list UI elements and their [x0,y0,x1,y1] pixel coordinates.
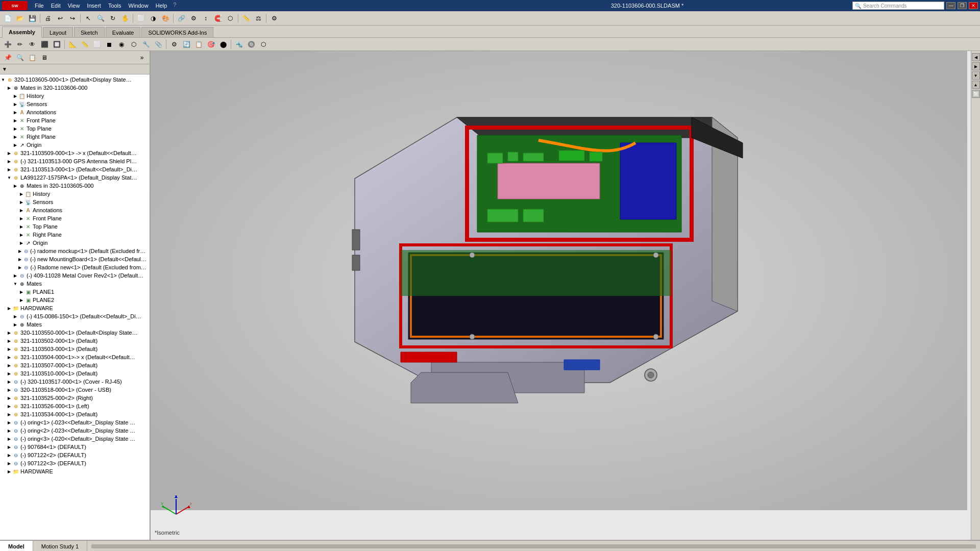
tree-item-35[interactable]: ▶⊕321-1103504-000<1>-> x (Default<<Defau… [0,353,150,361]
menu-view[interactable]: View [65,2,83,10]
tree-item-36[interactable]: ▶⊕321-1103507-000<1> (Default) [0,361,150,369]
tree-expand-12[interactable]: ▶ [6,166,12,172]
tree-item-38[interactable]: ▶⊖(-) 320-1103517-000<1> (Cover - RJ-45) [0,378,150,386]
tree-item-28[interactable]: ▶▣PLANE2 [0,296,150,304]
tree-expand-26[interactable]: ▼ [12,281,18,287]
tree-item-39[interactable]: ▶⊖320-1103518-000<1> (Cover - USB) [0,386,150,394]
tree-item-29[interactable]: ▶📁HARDWARE [0,304,150,312]
interference-button[interactable]: ⬡ [225,13,236,24]
right-tab-3[interactable]: ▼ [972,71,980,80]
tree-expand-48[interactable]: ▶ [6,460,12,466]
tree-item-27[interactable]: ▶▣PLANE1 [0,288,150,296]
tree-item-18[interactable]: ▶✕Front Plane [0,214,150,222]
tree-item-6[interactable]: ▶✕Front Plane [0,116,150,124]
tab-assembly[interactable]: Assembly [2,27,42,38]
tree-expand-32[interactable]: ▶ [6,330,12,336]
assembly-tb-btn4[interactable]: ⬛ [39,39,50,50]
tab-layout[interactable]: Layout [43,27,73,37]
tree-expand-24[interactable]: ▶ [17,264,22,270]
tree-item-26[interactable]: ▼⊕Mates [0,280,150,288]
tree-item-24[interactable]: ▶⊖(-) Radome new<1> (Default (Excluded f… [0,263,150,271]
tree-item-19[interactable]: ▶✕Top Plane [0,222,150,231]
component-button[interactable]: ⚙ [188,13,199,24]
tree-item-9[interactable]: ▶↗Origin [0,141,150,149]
tab-motion-study[interactable]: Motion Study 1 [33,541,87,551]
assembly-tb-btn11[interactable]: ⬡ [128,39,139,50]
options-button[interactable]: ⚙ [268,13,280,24]
tree-expand-18[interactable]: ▶ [18,215,24,221]
tab-model[interactable]: Model [0,541,33,551]
pan-button[interactable]: ✋ [119,13,131,24]
rotate-button[interactable]: ↻ [107,13,118,24]
assembly-tb-btn15[interactable]: 🔄 [181,39,192,50]
assembly-tb-btn6[interactable]: 📐 [67,39,78,50]
tree-item-11[interactable]: ▶⊕(-) 321-1103513-000 GPS Antenna Shield… [0,157,150,165]
tree-expand-7[interactable]: ▶ [12,126,18,132]
assembly-tb-btn20[interactable]: 🔘 [246,39,257,50]
tree-item-23[interactable]: ▶⊖(-) new MountingBoard<1> (Default<<Def… [0,255,150,263]
feature-tree[interactable]: ▼⊕320-1103605-000<1> (Default<Display St… [0,74,150,540]
tree-expand-28[interactable]: ▶ [18,297,24,303]
edit-component-button[interactable]: ✏ [14,39,26,50]
tree-item-4[interactable]: ▶📡Sensors [0,100,150,108]
menu-help[interactable]: Help [153,2,170,10]
tree-item-45[interactable]: ▶⊖(-) oring<3> (-020<<Default>_Display S… [0,435,150,443]
tree-expand-10[interactable]: ▶ [6,150,12,156]
tree-item-30[interactable]: ▶⊖(-) 415-0086-150<1> (Default<<Default>… [0,312,150,320]
tree-item-32[interactable]: ▶⊕320-1103550-000<1> (Default<Display St… [0,329,150,337]
move-component-button[interactable]: ↕ [200,13,211,24]
tree-expand-17[interactable]: ▶ [18,207,24,213]
assembly-tb-btn19[interactable]: 🔩 [233,39,244,50]
assembly-tb-btn14[interactable]: ⚙ [168,39,180,50]
assembly-tb-btn13[interactable]: 📎 [153,39,164,50]
restore-button[interactable]: ❐ [958,2,967,9]
tree-expand-33[interactable]: ▶ [6,338,12,344]
tree-expand-4[interactable]: ▶ [12,101,18,107]
tree-expand-42[interactable]: ▶ [6,411,12,417]
tree-expand-46[interactable]: ▶ [6,444,12,450]
right-tab-4[interactable]: ▲ [972,81,980,89]
close-button[interactable]: ✕ [969,2,978,9]
mass-button[interactable]: ⚖ [253,13,264,24]
assembly-tb-btn18[interactable]: ⬤ [217,39,229,50]
tree-item-40[interactable]: ▶⊕321-1103525-000<2> (Right) [0,394,150,402]
tree-expand-19[interactable]: ▶ [18,223,24,230]
menu-window[interactable]: Window [126,2,152,10]
tree-item-15[interactable]: ▶📋History [0,190,150,198]
tree-item-31[interactable]: ▶⊕Mates [0,320,150,329]
tree-expand-44[interactable]: ▶ [6,428,12,434]
minimize-button[interactable]: — [946,2,955,9]
tree-expand-47[interactable]: ▶ [6,452,12,458]
new-button[interactable]: 📄 [2,13,13,24]
appear-button[interactable]: 🎨 [160,13,171,24]
tree-expand-22[interactable]: ▶ [17,248,22,254]
tree-expand-30[interactable]: ▶ [12,313,18,319]
tree-expand-45[interactable]: ▶ [6,436,12,442]
tree-expand-21[interactable]: ▶ [18,240,24,246]
tree-item-48[interactable]: ▶⊖(-) 907122<3> (DEFAULT) [0,459,150,467]
tree-expand-40[interactable]: ▶ [6,395,12,401]
tree-expand-1[interactable]: ▼ [0,77,6,83]
3d-viewport[interactable]: ⊕ 🔍 ⬜ ⬡ ◉ ◑ ⚙ ▣ ◼ ⬛ 🌑 🌟 💡 🎨 [151,51,980,540]
tree-expand-2[interactable]: ▶ [6,85,12,91]
smartmates-button[interactable]: 🧲 [212,13,224,24]
tree-expand-15[interactable]: ▶ [18,191,24,197]
open-button[interactable]: 📂 [14,13,26,24]
tree-expand-27[interactable]: ▶ [18,289,24,295]
view3d-button[interactable]: ⬜ [135,13,146,24]
tree-expand-16[interactable]: ▶ [18,199,24,205]
tree-item-3[interactable]: ▶📋History [0,92,150,100]
tree-expand-31[interactable]: ▶ [12,321,18,328]
menu-edit[interactable]: Edit [48,2,64,10]
right-tab-5[interactable]: ⬜ [972,90,980,98]
assembly-tb-btn16[interactable]: 📋 [193,39,204,50]
tree-expand-37[interactable]: ▶ [6,370,12,377]
tree-item-13[interactable]: ▼⊕LA991227-1575PA<1> (Default_Display St… [0,173,150,182]
tree-item-16[interactable]: ▶📡Sensors [0,198,150,206]
tree-expand-49[interactable]: ▶ [6,468,12,474]
tree-item-37[interactable]: ▶⊕321-1103510-000<1> (Default) [0,369,150,378]
panel-pin-button[interactable]: 📌 [2,52,13,63]
tree-expand-34[interactable]: ▶ [6,346,12,352]
menu-tools[interactable]: Tools [105,2,125,10]
tree-item-46[interactable]: ▶⊖(-) 907684<1> (DEFAULT) [0,443,150,451]
